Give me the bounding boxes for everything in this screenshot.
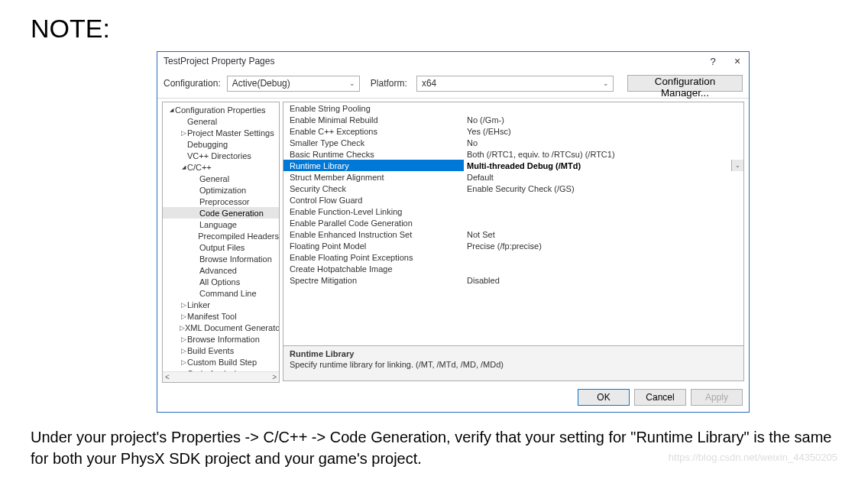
tree-item[interactable]: Optimization [163,184,279,196]
chevron-down-icon[interactable]: ⌄ [731,160,743,171]
property-row[interactable]: Floating Point ModelPrecise (/fp:precise… [283,240,743,251]
property-name: Security Check [283,184,464,193]
tree-item[interactable]: ▷XML Document Generator [163,322,279,333]
property-value-text: Multi-threaded Debug (/MTd) [467,161,581,170]
tree-item[interactable]: Advanced [163,264,279,276]
property-row[interactable]: Struct Member AlignmentDefault [283,171,743,183]
titlebar: TestProject Property Pages ? × [157,52,749,70]
tree-scrollbar[interactable]: < > [163,371,279,382]
tree-arrow-closed-icon[interactable]: ▷ [180,129,187,137]
configuration-label: Configuration: [164,78,221,89]
property-value[interactable]: No (/Gm-) [464,115,743,125]
configuration-manager-button[interactable]: Configuration Manager... [627,75,743,92]
property-name: Smaller Type Check [283,138,464,147]
tree-item[interactable]: Code Generation [163,207,279,219]
property-row[interactable]: Runtime LibraryMulti-threaded Debug (/MT… [283,160,743,171]
scroll-right-icon[interactable]: > [270,373,279,381]
tree-item[interactable]: Precompiled Headers [163,230,279,241]
apply-button[interactable]: Apply [691,389,743,406]
tree-item[interactable]: All Options [163,276,279,287]
property-value[interactable]: Enable Security Check (/GS) [464,184,743,193]
tree-arrow-closed-icon[interactable]: ▷ [180,324,185,332]
tree-item-label: Configuration Properties [175,105,266,115]
tree-arrow-open-icon[interactable]: ◢ [180,164,187,170]
watermark: https://blog.csdn.net/weixin_44350205 [669,452,837,463]
property-value[interactable]: Precise (/fp:precise) [464,241,743,251]
property-value[interactable]: Both (/RTC1, equiv. to /RTCsu) (/RTC1) [464,150,743,159]
property-name: Enable String Pooling [283,104,464,113]
property-row[interactable]: Security CheckEnable Security Check (/GS… [283,183,743,194]
property-row[interactable]: Basic Runtime ChecksBoth (/RTC1, equiv. … [283,148,743,160]
configuration-bar: Configuration: Active(Debug) ⌄ Platform:… [157,70,749,99]
scroll-left-icon[interactable]: < [163,373,172,381]
tree-item[interactable]: General [163,115,279,127]
dialog-title: TestProject Property Pages [164,56,274,66]
property-name: Enable C++ Exceptions [283,127,464,136]
tree-item[interactable]: ▷Linker [163,299,279,310]
tree-item-label: Browse Information [187,335,260,344]
tree-arrow-closed-icon[interactable]: ▷ [180,335,187,343]
tree-item[interactable]: ▷Manifest Tool [163,310,279,322]
property-row[interactable]: Control Flow Guard [283,194,743,206]
tree-item[interactable]: ▷Custom Build Step [163,356,279,368]
tree-item[interactable]: Preprocessor [163,196,279,207]
tree-arrow-closed-icon[interactable]: ▷ [180,358,187,366]
property-value[interactable]: Disabled [464,276,743,285]
property-row[interactable]: Enable Function-Level Linking [283,206,743,217]
tree-item-label: General [187,117,217,126]
tree-item[interactable]: VC++ Directories [163,150,279,161]
tree-item-label: Browse Information [199,254,272,264]
platform-label: Platform: [371,78,407,89]
property-name: Enable Parallel Code Generation [283,219,464,228]
tree-item[interactable]: ◢Configuration Properties [163,104,279,115]
property-value[interactable]: Default [464,173,743,182]
dialog-button-row: OK Cancel Apply [157,383,749,412]
tree-item-label: Code Generation [199,209,264,218]
close-icon[interactable]: × [730,55,744,67]
tree-arrow-open-icon[interactable]: ◢ [167,107,175,113]
tree-item[interactable]: ▷Build Events [163,345,279,356]
tree-item[interactable]: Debugging [163,138,279,150]
tree-item-label: General [199,174,229,183]
platform-dropdown[interactable]: x64 ⌄ [416,76,614,92]
description-box: Runtime Library Specify runtime library … [283,346,744,381]
tree-item-label: Preprocessor [199,197,249,206]
property-value[interactable]: Yes (/EHsc) [464,127,743,136]
tree-arrow-closed-icon[interactable]: ▷ [180,313,187,320]
property-row[interactable]: Enable Floating Point Exceptions [283,251,743,263]
property-name: Enable Enhanced Instruction Set [283,230,464,239]
tree-item[interactable]: Output Files [163,241,279,253]
configuration-dropdown[interactable]: Active(Debug) ⌄ [227,76,360,92]
configuration-value: Active(Debug) [232,78,290,89]
help-icon[interactable]: ? [706,56,720,67]
ok-button[interactable]: OK [578,389,630,406]
tree-item[interactable]: ▷Project Master Settings [163,127,279,138]
tree-item[interactable]: ▷Browse Information [163,333,279,345]
property-row[interactable]: Enable Enhanced Instruction SetNot Set [283,228,743,240]
tree-arrow-closed-icon[interactable]: ▷ [180,301,187,309]
cancel-button[interactable]: Cancel [634,389,686,406]
tree-item-label: C/C++ [187,163,212,172]
property-value[interactable]: Multi-threaded Debug (/MTd)⌄ [464,160,743,171]
property-name: Struct Member Alignment [283,173,464,182]
property-row[interactable]: Enable String Pooling [283,102,743,114]
tree-item[interactable]: Command Line [163,287,279,299]
property-name: Runtime Library [283,161,464,170]
tree-item-label: All Options [199,277,240,287]
tree-item-label: Output Files [199,243,245,252]
property-row[interactable]: Create Hotpatchable Image [283,263,743,274]
property-value[interactable]: Not Set [464,230,743,239]
property-row[interactable]: Enable C++ ExceptionsYes (/EHsc) [283,125,743,137]
tree-arrow-closed-icon[interactable]: ▷ [180,347,187,355]
tree-item[interactable]: ◢C/C++ [163,161,279,173]
tree-item[interactable]: Browse Information [163,253,279,264]
property-row[interactable]: Spectre MitigationDisabled [283,274,743,286]
tree-item[interactable]: General [163,173,279,184]
property-row[interactable]: Enable Minimal RebuildNo (/Gm-) [283,114,743,125]
tree-item-label: Linker [187,300,210,309]
property-row[interactable]: Enable Parallel Code Generation [283,217,743,228]
tree-item-label: VC++ Directories [187,151,251,160]
tree-item[interactable]: Language [163,219,279,230]
property-row[interactable]: Smaller Type CheckNo [283,137,743,148]
property-value[interactable]: No [464,138,743,147]
